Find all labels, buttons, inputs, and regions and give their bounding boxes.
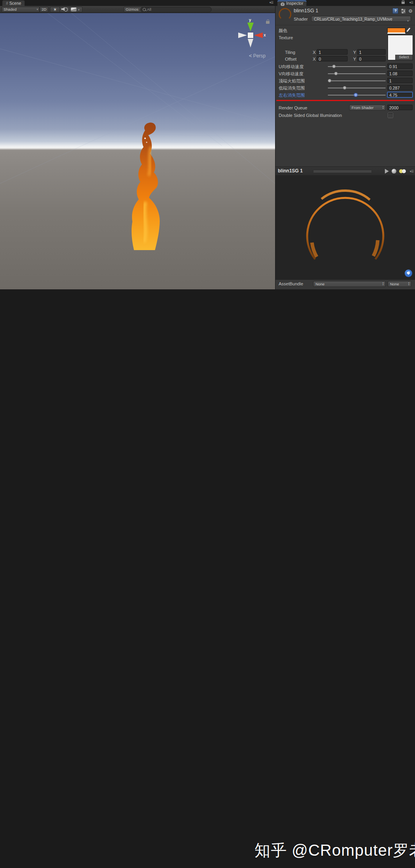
slider-track[interactable] <box>328 95 386 96</box>
image-icon <box>71 8 76 11</box>
slider-value-field-focused[interactable]: 4.75 <box>387 92 413 98</box>
unity-section-3: #Scene ▾☰ Shaded▾ 2D ☀ ▾ Gizmos▾ All <box>0 0 415 289</box>
slider-row-v-speed: V向移动速度 1.08 <box>275 70 415 77</box>
slider-label: 低端消失范围 <box>279 85 305 91</box>
inspector-tab-bar: iInspector ▾☰ <box>275 0 415 6</box>
sphere-preview-icon[interactable] <box>392 169 396 174</box>
slider-label-highlighted: 左右消失范围 <box>279 92 305 98</box>
scene-toolbar: Shaded▾ 2D ☀ ▾ Gizmos▾ All <box>0 6 275 13</box>
offset-y-label: Y <box>353 57 356 61</box>
presets-icon[interactable] <box>401 8 406 13</box>
axis-y-label: y <box>249 18 251 22</box>
slider-row-lr-range: 左右消失范围 4.75 <box>275 92 415 99</box>
assetbundle-tag-icon[interactable] <box>405 270 412 277</box>
slider-thumb[interactable] <box>354 93 358 97</box>
red-underline-annotation <box>276 100 414 101</box>
play-icon[interactable] <box>385 169 389 174</box>
scene-tab-bar: #Scene ▾☰ <box>0 0 275 6</box>
assetbundle-dropdown[interactable]: None▲▼ <box>313 281 386 287</box>
slider-row-u-speed: U向移动速度 0.91 <box>275 63 415 70</box>
scene-search-input[interactable]: All <box>140 7 212 12</box>
effects-toggle-icon[interactable]: ▾ <box>69 7 82 12</box>
inspector-lock-icon[interactable] <box>402 2 405 4</box>
slider-value-field[interactable]: 0.91 <box>387 63 413 69</box>
slider-thumb[interactable] <box>332 65 336 68</box>
offset-x-field[interactable]: 0 <box>317 56 348 61</box>
scene-view: #Scene ▾☰ Shaded▾ 2D ☀ ▾ Gizmos▾ All <box>0 0 275 289</box>
slider-track[interactable] <box>328 73 386 74</box>
slider-label: 顶端火焰范围 <box>279 78 305 84</box>
tiling-label: Tiling <box>285 50 295 55</box>
tiling-x-field[interactable]: 1 <box>317 49 348 55</box>
drag-handle[interactable] <box>314 170 371 172</box>
axis-x-label: x <box>264 33 266 37</box>
panel-menu-icon[interactable]: ▾☰ <box>270 1 273 4</box>
tiling-y-label: Y <box>353 50 356 55</box>
tiling-y-field[interactable]: 1 <box>357 49 386 55</box>
offset-x-label: X <box>313 57 316 61</box>
slider-thumb[interactable] <box>334 72 338 75</box>
preview-ring <box>275 175 415 280</box>
slider-track[interactable] <box>328 88 386 88</box>
tiling-x-label: X <box>313 50 316 55</box>
axis-x-cone <box>254 33 263 38</box>
preview-header[interactable]: blinn1SG 1 ▾☰ <box>275 166 415 176</box>
texture-label: Texture <box>279 35 293 40</box>
material-preview-area[interactable] <box>275 175 415 280</box>
persp-label[interactable]: <Persp <box>249 53 266 59</box>
assetbundle-row: AssetBundle None▲▼ None▲▼ <box>275 281 415 288</box>
lighting-toggle-icon[interactable]: ☀ <box>50 7 60 12</box>
slider-row-bottom-range: 低端消失范围 0.287 <box>275 84 415 92</box>
slider-row-top-range: 顶端火焰范围 1 <box>275 77 415 84</box>
slider-thumb[interactable] <box>343 86 346 90</box>
material-header: blinn1SG 1 ? ⚙ Shader CRLuo/CRLuo_Teachi… <box>275 6 415 25</box>
preview-menu-icon[interactable]: ▾☰ <box>410 170 413 173</box>
material-preview-icon <box>279 8 291 21</box>
assetbundle-variant-dropdown[interactable]: None▲▼ <box>388 281 411 287</box>
shading-mode-dropdown[interactable]: Shaded▾ <box>2 7 40 12</box>
slider-label: V向移动速度 <box>279 71 303 77</box>
tab-scene[interactable]: #Scene <box>2 0 25 6</box>
inspector-menu-icon[interactable]: ▾☰ <box>409 1 413 4</box>
axis-y-cone <box>247 23 254 31</box>
scene-canvas[interactable]: y x <Persp <box>0 13 275 289</box>
eyedropper-icon[interactable] <box>406 28 410 32</box>
sun-icon: ☀ <box>53 7 57 12</box>
search-icon <box>143 8 146 11</box>
material-name: blinn1SG 1 <box>294 8 318 13</box>
orientation-gizmo[interactable]: y x <box>235 19 266 50</box>
slider-value-field[interactable]: 1.08 <box>387 71 413 76</box>
tab-inspector[interactable]: iInspector <box>277 0 306 6</box>
render-queue-label: Render Queue <box>279 105 307 110</box>
slider-track[interactable] <box>328 66 386 67</box>
color-label: 颜色 <box>279 28 287 34</box>
slider-track[interactable] <box>328 80 386 81</box>
scene-render <box>0 13 275 289</box>
slider-thumb[interactable] <box>328 79 331 82</box>
2d-toggle-button[interactable]: 2D <box>40 7 48 12</box>
axis-neg-x-cone <box>238 33 247 38</box>
slider-value-field[interactable]: 0.287 <box>387 85 413 90</box>
help-icon[interactable]: ? <box>392 8 398 14</box>
gizmo-center-cube[interactable] <box>248 33 253 38</box>
slider-value-field[interactable]: 1 <box>387 78 413 83</box>
dsgi-checkbox[interactable] <box>388 113 393 118</box>
assetbundle-label: AssetBundle <box>279 281 303 286</box>
render-queue-dropdown[interactable]: From Shader▲▼ <box>349 105 386 111</box>
texture-thumbnail[interactable]: Select <box>388 35 413 60</box>
speaker-icon <box>61 7 66 11</box>
render-queue-value-field[interactable]: 2000 <box>387 105 413 110</box>
lock-icon[interactable] <box>266 21 270 24</box>
offset-label: Offset <box>285 57 296 61</box>
grid-icon: # <box>6 1 8 6</box>
preview-title: blinn1SG 1 <box>278 168 303 174</box>
lighting-preview-icon[interactable] <box>399 169 407 174</box>
shader-label: Shader <box>294 17 308 21</box>
dsgi-label: Double Sided Global Illumination <box>279 113 342 118</box>
color-swatch[interactable] <box>387 28 405 34</box>
shader-dropdown[interactable]: CRLuo/CRLuo_Teaching13_Ramp_UVMove▾ <box>311 16 411 22</box>
axis-neg-y-cone <box>248 39 253 48</box>
offset-y-field[interactable]: 0 <box>357 56 386 61</box>
texture-select-button[interactable]: Select <box>395 55 413 60</box>
gear-icon[interactable]: ⚙ <box>408 8 413 14</box>
